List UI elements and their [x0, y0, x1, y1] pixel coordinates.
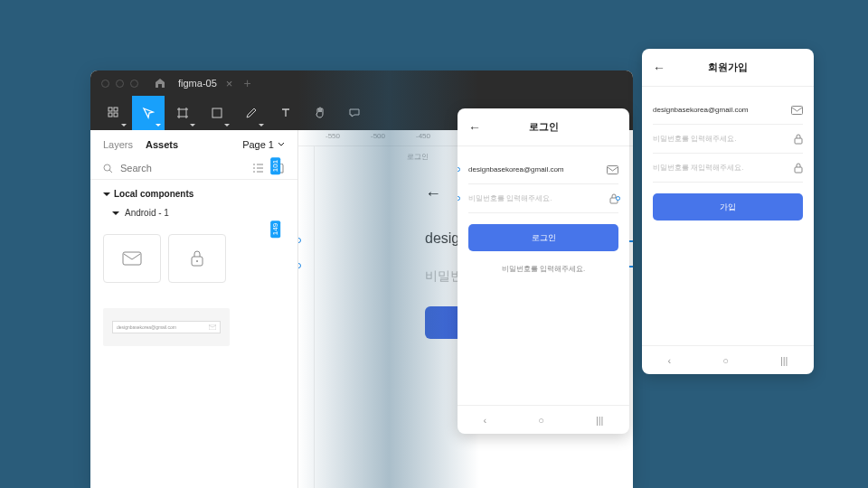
shape-tool[interactable]: [201, 96, 233, 130]
login-button[interactable]: 로그인: [468, 224, 618, 251]
svg-rect-0: [108, 108, 112, 111]
search-input[interactable]: [120, 163, 245, 174]
svg-rect-4: [212, 108, 222, 117]
svg-rect-12: [792, 106, 803, 114]
password-field[interactable]: 비밀번호를 입력해주세요.: [468, 193, 552, 203]
section-label: Local components: [114, 189, 193, 199]
password-field[interactable]: 비밀번호를 입력해주세요.: [653, 134, 736, 144]
svg-rect-6: [123, 252, 141, 265]
subsection-label: Android - 1: [125, 208, 169, 218]
nav-back-icon[interactable]: ‹: [484, 415, 487, 426]
login-error: 비밀번호를 입력해주세요.: [468, 264, 618, 274]
mail-icon: [607, 165, 618, 174]
mail-icon: [209, 324, 216, 330]
component-mail[interactable]: [103, 234, 161, 283]
page-name: Page 1: [242, 139, 274, 150]
mail-icon: [791, 106, 803, 115]
android-navbar: ‹ ○ |||: [458, 405, 629, 434]
android-subsection[interactable]: Android - 1: [90, 204, 297, 225]
pen-tool[interactable]: [235, 96, 268, 130]
back-arrow-icon[interactable]: ←: [468, 120, 481, 135]
lock-icon: [190, 249, 204, 267]
nav-home-icon[interactable]: ○: [722, 355, 729, 366]
selection-handle: [616, 196, 620, 201]
svg-rect-10: [608, 165, 618, 174]
signup-button[interactable]: 가입: [653, 193, 803, 221]
back-arrow-icon[interactable]: ←: [653, 61, 665, 75]
dimension-badge: 149: [270, 221, 280, 238]
minimize-window-icon[interactable]: [116, 80, 124, 88]
left-panel: Layers Assets Page 1 Local components: [90, 130, 298, 488]
frame-tool[interactable]: [166, 96, 199, 130]
file-tab[interactable]: figma-05 ×: [178, 77, 232, 90]
comment-tool[interactable]: [338, 96, 371, 130]
selection-handle: [458, 196, 460, 201]
confirm-password-field[interactable]: 비밀번호를 재입력해주세요.: [653, 163, 743, 173]
component-textfield[interactable]: designbasekorea@gmail.com: [103, 308, 230, 346]
close-tab-icon[interactable]: ×: [226, 77, 233, 90]
text-tool[interactable]: [269, 96, 302, 130]
new-tab-button[interactable]: +: [243, 76, 250, 90]
tab-layers[interactable]: Layers: [103, 139, 133, 150]
search-icon: [103, 164, 113, 174]
nav-back-icon[interactable]: ‹: [668, 355, 672, 366]
maximize-window-icon[interactable]: [130, 80, 138, 88]
selection-handle: [458, 167, 460, 172]
signup-mockup: ▪ ◼ ◻ ← 회원가입 designbasekorea@gmail.com 비…: [642, 49, 814, 374]
file-tab-name: figma-05: [178, 78, 217, 89]
local-components-section[interactable]: Local components: [90, 180, 297, 204]
chevron-down-icon: [278, 141, 285, 148]
dimension-badge: 101: [270, 157, 280, 174]
close-window-icon[interactable]: [101, 80, 109, 88]
list-view-icon[interactable]: [252, 164, 264, 174]
svg-point-5: [104, 164, 110, 171]
tab-assets[interactable]: Assets: [146, 139, 178, 150]
svg-point-8: [196, 260, 198, 262]
nav-recent-icon[interactable]: |||: [596, 415, 604, 426]
component-lock[interactable]: [168, 234, 226, 283]
login-title: 로그인: [481, 120, 606, 134]
traffic-lights: [101, 80, 138, 88]
svg-rect-13: [795, 138, 802, 144]
textfield-comp-value: designbasekorea@gmail.com: [117, 324, 176, 330]
email-field[interactable]: designbasekorea@gmail.com: [653, 106, 749, 114]
signup-title: 회원가입: [665, 61, 790, 74]
move-tool[interactable]: [132, 96, 165, 130]
frame-title: 로그인: [407, 152, 429, 162]
home-icon[interactable]: [155, 78, 165, 89]
login-mockup: ▪ ◼ ◻ ← 로그인 designbasekorea@gmail.com 비밀…: [458, 108, 629, 434]
ruler-vertical: [298, 146, 315, 488]
email-field[interactable]: designbasekorea@gmail.com: [468, 165, 564, 174]
nav-home-icon[interactable]: ○: [538, 415, 544, 426]
svg-rect-2: [108, 113, 112, 117]
svg-rect-1: [114, 108, 118, 111]
page-selector[interactable]: Page 1: [242, 139, 285, 150]
titlebar: figma-05 × +: [90, 70, 633, 96]
lock-icon: [794, 163, 803, 174]
lock-icon: [794, 134, 803, 145]
figma-menu-icon[interactable]: [98, 96, 130, 130]
svg-rect-3: [114, 113, 118, 117]
svg-rect-14: [795, 167, 802, 173]
nav-recent-icon[interactable]: |||: [780, 355, 788, 366]
mail-icon: [122, 251, 142, 266]
android-navbar: ‹ ○ |||: [642, 345, 814, 374]
hand-tool[interactable]: [304, 96, 336, 130]
